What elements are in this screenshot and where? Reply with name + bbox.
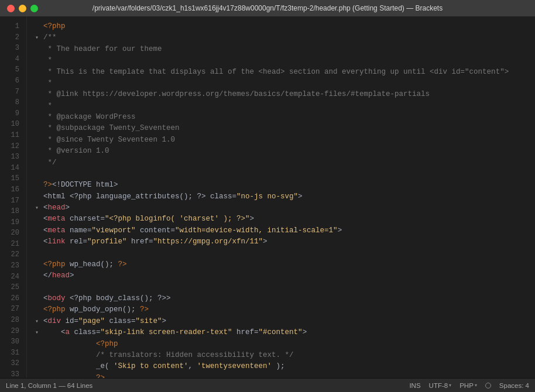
window-controls[interactable] <box>7 5 38 12</box>
code-token: ?> <box>140 304 149 315</box>
code-token: head <box>52 270 70 281</box>
code-line: * @version 1.0 <box>35 146 535 157</box>
code-token: <?php <box>43 21 66 32</box>
line-number: 12 <box>0 141 19 152</box>
status-position: Line 1, Column 1 — 64 Lines <box>6 382 402 389</box>
code-token: 'charset' <box>180 214 220 225</box>
code-token: * This is the template that displays all… <box>43 67 509 78</box>
line-number: 26 <box>0 293 19 304</box>
code-line: * @subpackage Twenty_Seventeen <box>35 123 535 134</box>
code-line: ▾<div id="page" class="site"> <box>35 316 535 327</box>
line-number: 10 <box>0 119 19 130</box>
line-number: 6 <box>0 75 19 87</box>
code-token: <!DOCTYPE html> <box>52 180 118 191</box>
code-token: class= <box>105 316 136 327</box>
encoding-selector[interactable]: UTF-8 ▾ <box>429 382 452 389</box>
fold-arrow-icon[interactable]: ▾ <box>35 317 42 326</box>
line-number: 21 <box>0 239 19 250</box>
code-token: meta <box>48 225 66 236</box>
code-token: < <box>43 214 48 225</box>
code-token: link <box>48 236 66 247</box>
line-number: 19 <box>0 217 19 228</box>
code-token: "profile" <box>87 236 127 247</box>
code-token: charset= <box>66 214 105 225</box>
line-number: 25 <box>0 282 19 293</box>
code-token: <html <?php language_attributes(); ?> cl… <box>43 191 236 202</box>
code-token: > <box>263 236 268 247</box>
code-line: <?php wp_body_open(); ?> <box>35 304 535 315</box>
code-line <box>35 248 535 259</box>
fold-arrow-icon[interactable]: ▾ <box>35 328 42 338</box>
line-number: 32 <box>0 358 19 369</box>
line-numbers: 1234567891011121314151617181920212223242… <box>0 16 27 378</box>
line-number: 14 <box>0 163 19 174</box>
code-token: href= <box>232 327 259 338</box>
code-line: <html <?php language_attributes(); ?> cl… <box>35 191 535 202</box>
window-title: /private/var/folders/03/czk1_h1s1wx616jj… <box>92 4 443 12</box>
code-token: < <box>43 236 48 247</box>
line-number: 33 <box>0 369 19 378</box>
code-token: * <box>43 78 52 89</box>
code-token: "page" <box>78 316 105 327</box>
code-token: > <box>303 327 307 338</box>
code-token: wp_body_open(); <box>66 304 140 315</box>
ins-indicator: INS <box>409 382 420 389</box>
close-button[interactable] <box>7 5 15 12</box>
maximize-button[interactable] <box>30 5 38 12</box>
fold-arrow-icon[interactable]: ▾ <box>35 33 42 43</box>
code-line: ▾<head> <box>35 202 535 214</box>
code-line: ?> <box>35 373 535 378</box>
code-token: * The header for our theme <box>43 44 162 55</box>
line-number: 8 <box>0 97 19 108</box>
line-number: 28 <box>0 315 19 326</box>
code-token: <?php <box>96 339 118 350</box>
code-line: <?php <box>35 21 535 32</box>
code-line: <link rel="profile" href="https://gmpg.o… <box>35 236 535 247</box>
code-line: <meta name="viewport" content="width=dev… <box>35 225 535 236</box>
code-line: <body <?php body_class(); ?>> <box>35 293 535 304</box>
code-token: div <box>48 316 61 327</box>
code-token: "#content" <box>259 327 303 338</box>
code-token: <?php <box>43 304 66 315</box>
status-bar: Line 1, Column 1 — 64 Lines INS UTF-8 ▾ … <box>0 378 535 392</box>
line-number: 29 <box>0 326 19 337</box>
code-line: ?><!DOCTYPE html> <box>35 180 535 191</box>
code-token: <?php body_class(); ?>> <box>66 293 171 304</box>
code-token: < <box>43 202 48 214</box>
code-line: <?php wp_head(); ?> <box>35 259 535 270</box>
line-number: 31 <box>0 348 19 359</box>
code-token: , <box>188 361 197 372</box>
code-token: "site" <box>136 316 162 327</box>
code-token: * @version 1.0 <box>43 146 109 157</box>
code-token: * @package WordPress <box>43 112 136 123</box>
chevron-down-icon: ▾ <box>449 383 451 388</box>
code-line: * The header for our theme <box>35 44 535 55</box>
code-token: > <box>250 214 255 225</box>
fold-arrow-icon[interactable]: ▾ <box>35 204 42 213</box>
code-token: body <box>48 293 66 304</box>
line-number: 3 <box>0 43 19 54</box>
status-right: INS UTF-8 ▾ PHP ▾ Spaces: 4 <box>409 382 529 389</box>
code-token: > <box>70 270 74 281</box>
code-area: 1234567891011121314151617181920212223242… <box>0 16 535 378</box>
code-token: a <box>66 327 70 338</box>
code-line: * <box>35 78 535 89</box>
minimize-button[interactable] <box>19 5 26 12</box>
code-token: <?php <box>43 259 66 270</box>
code-token: name= <box>66 225 92 236</box>
language-selector[interactable]: PHP ▾ <box>459 382 477 389</box>
code-token: "skip-link screen-reader-text" <box>101 327 232 338</box>
code-token: > <box>162 316 167 327</box>
line-number: 1 <box>0 21 19 32</box>
code-token: > <box>66 202 70 214</box>
code-line: /* translators: Hidden accessibility tex… <box>35 350 535 361</box>
line-number: 7 <box>0 87 19 98</box>
line-number: 16 <box>0 184 19 195</box>
code-token: < <box>43 225 48 236</box>
code-token: > <box>338 225 342 236</box>
code-token: 'twentyseventeen' <box>197 361 272 372</box>
code-content[interactable]: <?php▾/** * The header for our theme * *… <box>27 16 535 378</box>
code-line <box>35 169 535 180</box>
code-token: ?> <box>43 180 52 191</box>
code-line: * @since Twenty Seventeen 1.0 <box>35 135 535 146</box>
